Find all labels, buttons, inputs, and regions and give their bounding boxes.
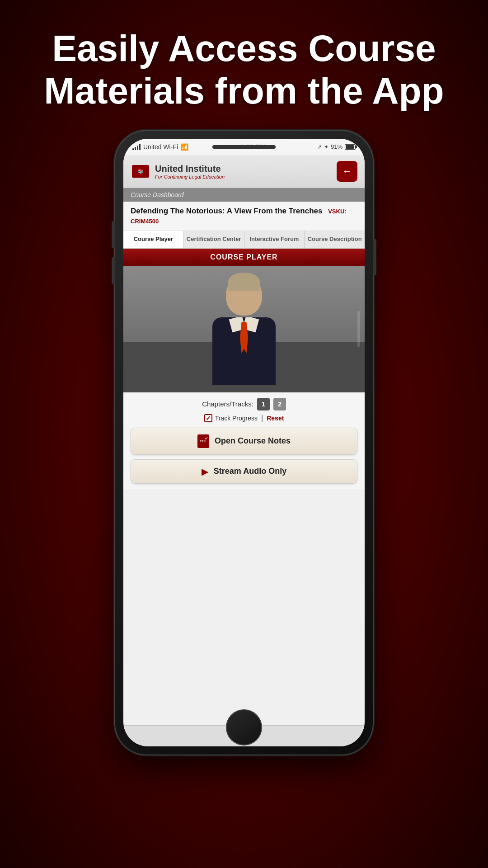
tab-course-player[interactable]: Course Player	[123, 231, 184, 248]
logo-subtitle: For Continuing Legal Education	[155, 174, 225, 179]
course-player-title: COURSE PLAYER	[210, 253, 277, 261]
logo-title: United Institute	[155, 163, 225, 174]
nav-tabs: Course Player Certification Center Inter…	[123, 231, 365, 249]
wifi-icon: 📶	[181, 143, 188, 151]
presenter-tie	[240, 322, 248, 354]
logo-icon: 📚	[131, 160, 150, 182]
bluetooth-icon: ✦	[324, 144, 328, 150]
course-player-header: COURSE PLAYER	[123, 249, 365, 266]
phone-vol-btn	[112, 221, 115, 248]
course-title-area: Defending The Notorious: A View From the…	[123, 202, 365, 231]
arrow-icon: ↙	[205, 435, 208, 440]
battery-fill	[346, 145, 354, 149]
course-dashboard-bar: Course Dashboard	[123, 188, 365, 202]
battery-percent: 91%	[331, 143, 343, 150]
chapter-2-button[interactable]: 2	[273, 398, 286, 410]
course-dashboard-label: Course Dashboard	[131, 191, 184, 198]
carrier-name: United Wi-Fi	[143, 143, 178, 151]
course-title: Defending The Notorious: A View From the…	[131, 206, 357, 226]
phone-speaker	[212, 145, 276, 149]
presenter-hair	[228, 273, 260, 291]
phone-power-btn	[373, 239, 376, 275]
page-headline: Easily Access Course Materials from the …	[8, 0, 480, 131]
video-scroll-indicator	[357, 311, 360, 347]
buttons-area: ↙ Open Course Notes ▶ Stream Audio Only	[123, 428, 365, 489]
presenter-body	[212, 317, 276, 385]
open-notes-button[interactable]: ↙ Open Course Notes	[131, 428, 357, 455]
phone-vol2-btn	[112, 257, 115, 284]
chapters-row: Chapters/Tracks: 1 2	[131, 398, 357, 410]
pdf-icon: ↙	[197, 434, 209, 448]
track-progress-checkbox[interactable]: ✓	[204, 414, 212, 422]
signal-bars	[132, 144, 141, 150]
stream-audio-button[interactable]: ▶ Stream Audio Only	[131, 459, 357, 484]
logo-text-block: United Institute For Continuing Legal Ed…	[155, 163, 225, 179]
tab-course-description[interactable]: Course Description	[305, 231, 365, 248]
tab-certification-center[interactable]: Certification Center	[184, 231, 244, 248]
location-icon: ↗	[317, 144, 322, 150]
phone-screen: United Wi-Fi 📶 2:22 PM ↗ ✦ 91% 📚	[123, 139, 365, 746]
controls-area: Chapters/Tracks: 1 2 ✓ Track Progress | …	[123, 392, 365, 428]
track-progress-label: Track Progress	[215, 415, 258, 422]
app-header: 📚 United Institute For Continuing Legal …	[123, 155, 365, 188]
status-left: United Wi-Fi 📶	[132, 143, 188, 151]
app-logo: 📚 United Institute For Continuing Legal …	[131, 160, 225, 182]
play-icon: ▶	[202, 466, 208, 477]
logo-book: 📚	[132, 165, 149, 178]
battery-icon	[345, 144, 356, 150]
open-notes-label: Open Course Notes	[215, 436, 291, 446]
stream-audio-label: Stream Audio Only	[214, 467, 286, 476]
back-button[interactable]: ←	[337, 161, 357, 182]
tab-interactive-forum[interactable]: Interactive Forum	[244, 231, 305, 248]
status-right: ↗ ✦ 91%	[317, 143, 356, 150]
track-progress-row: ✓ Track Progress | Reset	[131, 414, 357, 422]
video-player[interactable]	[123, 266, 365, 392]
reset-link[interactable]: Reset	[267, 415, 284, 422]
chapters-label: Chapters/Tracks:	[202, 400, 253, 408]
chapter-1-button[interactable]: 1	[257, 398, 270, 410]
checkmark-icon: ✓	[206, 415, 211, 422]
track-separator: |	[261, 414, 263, 422]
phone-home-button[interactable]	[226, 709, 262, 745]
phone-frame: United Wi-Fi 📶 2:22 PM ↗ ✦ 91% 📚	[115, 131, 373, 755]
presenter-head	[226, 275, 262, 316]
video-presenter	[199, 275, 289, 392]
